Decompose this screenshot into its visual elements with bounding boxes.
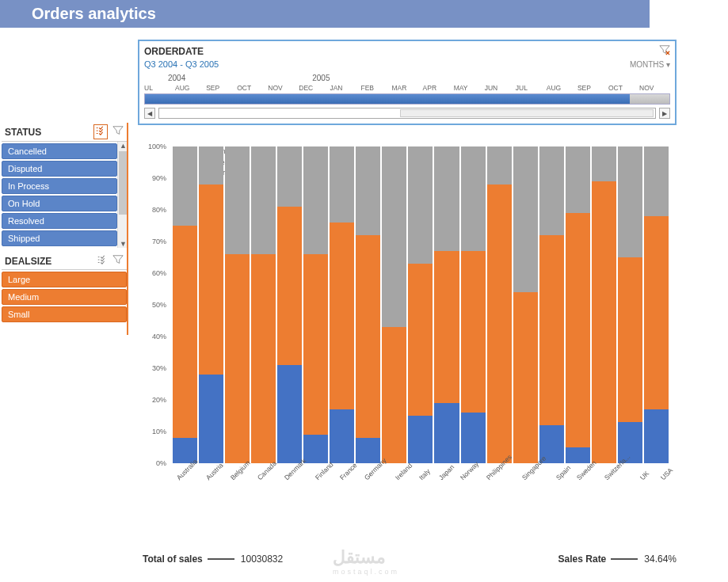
total-sales-value: 10030832 [241, 553, 283, 565]
y-axis-label: 50% [141, 301, 166, 309]
slicer-scrollbar[interactable]: ▲ ▼ [117, 142, 127, 248]
x-axis-label: Finland [311, 460, 335, 484]
filter-icon[interactable] [112, 125, 124, 139]
bar-column [199, 146, 223, 463]
timeline-selection-bar[interactable] [144, 93, 670, 105]
x-axis-label: Ireland [391, 462, 414, 484]
y-axis-label: 30% [141, 364, 166, 372]
bar-column [225, 146, 250, 463]
bar-column [592, 146, 616, 463]
slicer-status-item[interactable]: In Process [2, 178, 117, 194]
y-axis-label: 80% [141, 206, 166, 214]
timeline-scroll-thumb[interactable] [400, 109, 654, 117]
timeline-month: JUL [516, 84, 547, 92]
timeline-month-labels: ULAUGSEPOCTNOVDECJANFEBMARAPRMAYJUNJULAU… [144, 84, 670, 92]
multiselect-icon[interactable] [97, 254, 108, 268]
bar-column [408, 146, 433, 463]
y-axis-label: 10% [141, 428, 166, 436]
bar-column [330, 146, 354, 463]
bar-column [251, 146, 276, 463]
slicer-status-item[interactable]: On Hold [2, 196, 117, 211]
footer-stats: Total of sales 10030832 Sales Rate 34.64… [143, 553, 677, 565]
bar-column [434, 146, 459, 463]
bar-column [566, 146, 590, 463]
bar-column [356, 146, 380, 463]
x-axis-label: Norway [456, 460, 480, 484]
timeline-month: OCT [608, 84, 639, 92]
timeline-month: UL [144, 84, 175, 92]
timeline-month: MAR [392, 84, 423, 92]
x-axis-label: USA [657, 464, 677, 484]
slicer-status-item[interactable]: Cancelled [2, 143, 117, 159]
bar-column [277, 146, 302, 463]
y-axis-label: 90% [141, 174, 166, 182]
bar-column [644, 146, 669, 463]
bar-column [173, 146, 197, 463]
y-axis-label: 40% [141, 333, 166, 340]
timeline-month: AUG [547, 84, 577, 92]
slicer-status-item[interactable]: Resolved [2, 213, 117, 229]
x-axis-label: France [336, 461, 359, 484]
y-axis-label: 70% [141, 238, 166, 245]
timeline-title: ORDERDATE [144, 46, 204, 57]
y-axis-label: 60% [141, 269, 166, 277]
bar-column [461, 146, 486, 463]
slicer-dealsize-item[interactable]: Small [2, 306, 127, 322]
bar-column [382, 146, 406, 463]
slicer-panel: STATUS CancelledDisputedIn ProcessOn Hol… [2, 123, 128, 335]
y-axis-label: 0% [141, 459, 166, 467]
timeline-month: AUG [175, 84, 206, 92]
sales-rate-value: 34.64% [644, 553, 677, 565]
y-axis-label: 20% [141, 396, 166, 404]
bar-column [539, 146, 564, 463]
timeline-range: Q3 2004 - Q3 2005 [144, 59, 219, 69]
timeline-month: JAN [330, 84, 360, 92]
x-axis-label: Italy [415, 464, 435, 484]
timeline-month: OCT [237, 84, 268, 92]
x-axis-label: Spain [552, 464, 572, 484]
slicer-dealsize: DEALSIZE LargeMediumSmall [2, 253, 127, 324]
timeline-granularity[interactable]: MONTHS ▾ [630, 60, 670, 69]
timeline-month: DEC [299, 84, 330, 92]
slicer-status-item[interactable]: Shipped [2, 230, 117, 246]
timeline-scroll-right[interactable]: ▶ [659, 108, 670, 119]
slicer-dealsize-item[interactable]: Large [2, 272, 127, 287]
timeline-month: MAY [454, 84, 485, 92]
slicer-status-item[interactable]: Disputed [2, 161, 117, 177]
timeline-month: JUN [485, 84, 516, 92]
timeline-month: SEP [206, 84, 237, 92]
multiselect-icon[interactable] [93, 124, 108, 139]
timeline-scroll-left[interactable]: ◀ [144, 108, 155, 119]
bar-column [618, 146, 642, 463]
x-axis-label: UK [636, 464, 656, 484]
watermark: مستقلmostaql.com [333, 547, 399, 576]
slicer-dealsize-item[interactable]: Medium [2, 289, 127, 305]
slicer-status-title: STATUS [5, 127, 41, 138]
slicer-status: STATUS CancelledDisputedIn ProcessOn Hol… [2, 123, 127, 248]
stacked-bar-chart: Small Medium Large 0%10%20%30%40%50%60%7… [138, 143, 677, 519]
bar-column [303, 146, 328, 463]
timeline-year-label: 2005 [312, 74, 330, 82]
clear-filter-icon[interactable] [659, 44, 670, 58]
sales-rate-label: Sales Rate [558, 553, 607, 565]
timeline-scroll-track[interactable] [158, 108, 656, 119]
x-axis-label: Japan [435, 463, 455, 484]
timeline-month: APR [423, 84, 454, 92]
page-title: Orders analytics [0, 0, 650, 28]
filter-icon[interactable] [112, 254, 124, 268]
x-axis-label: Austria [202, 461, 225, 484]
timeline-month: FEB [360, 84, 391, 92]
timeline-month: NOV [639, 84, 670, 92]
timeline-month: NOV [268, 84, 299, 92]
bar-column [487, 146, 512, 463]
bar-column [513, 146, 538, 463]
timeline-panel: ORDERDATE Q3 2004 - Q3 2005 MONTHS ▾ 200… [138, 40, 677, 125]
total-sales-label: Total of sales [143, 553, 203, 565]
y-axis-label: 100% [141, 143, 166, 150]
timeline-month: SEP [577, 84, 608, 92]
slicer-dealsize-title: DEALSIZE [5, 256, 51, 267]
timeline-year-label: 2004 [168, 74, 185, 82]
